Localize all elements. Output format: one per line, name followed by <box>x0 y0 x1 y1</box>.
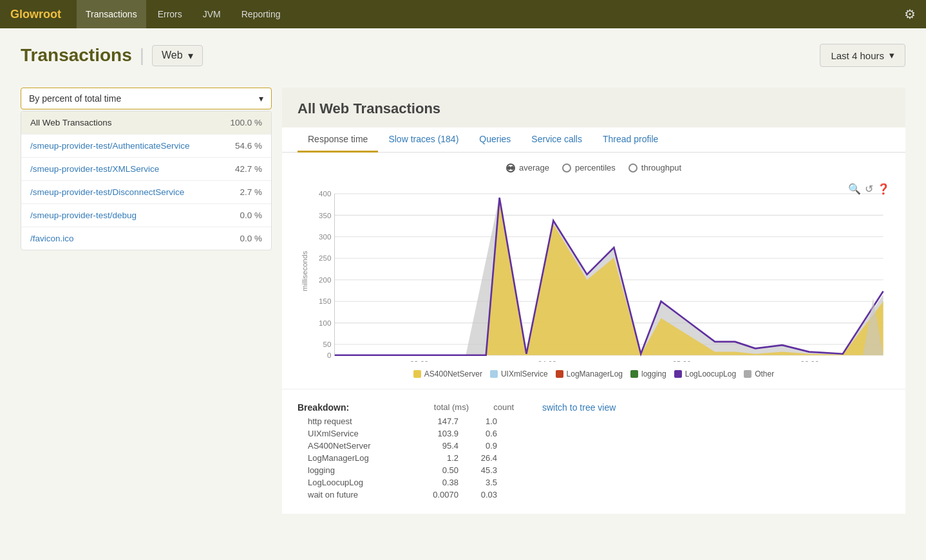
time-range-dropdown[interactable]: Last 4 hours ▾ <box>820 44 905 67</box>
breakdown-section: Breakdown: total (ms) count switch to tr… <box>282 389 905 514</box>
breakdown-total: 0.50 <box>413 465 458 475</box>
sidebar-item-pct: 54.6 % <box>235 141 262 151</box>
radio-dot-percentiles <box>562 163 571 173</box>
svg-text:100: 100 <box>319 319 331 327</box>
sidebar-item-pct: 2.7 % <box>240 187 262 197</box>
tab-service-calls[interactable]: Service calls <box>521 127 592 153</box>
radio-throughput[interactable]: throughput <box>628 163 681 173</box>
settings-icon[interactable]: ⚙ <box>904 6 916 22</box>
nav-transactions[interactable]: Transactions <box>77 0 146 28</box>
brand-name: Glowroot <box>10 8 61 21</box>
legend-uixml: UIXmlService <box>490 369 548 378</box>
breakdown-row: UIXmlService 103.9 0.6 <box>298 427 890 440</box>
page-title-area: Transactions | Web ▾ <box>21 45 203 66</box>
sidebar-item-name: /smeup-provider-test/DisconnectService <box>30 187 184 197</box>
sidebar-item-name: /smeup-provider-test/debug <box>30 210 137 220</box>
content-title: All Web Transactions <box>282 88 905 127</box>
svg-text:50: 50 <box>323 341 332 348</box>
breakdown-total: 103.9 <box>413 429 458 438</box>
legend-label-logloocup: LogLoocupLog <box>685 369 736 378</box>
legend-color-uixml <box>490 370 498 378</box>
breakdown-headers: Breakdown: total (ms) count switch to tr… <box>298 402 890 413</box>
svg-text:300: 300 <box>319 233 331 241</box>
legend-label-uixml: UIXmlService <box>501 369 548 378</box>
switch-tree-view[interactable]: switch to tree view <box>542 402 616 413</box>
radio-throughput-label: throughput <box>641 163 681 173</box>
help-icon[interactable]: ❓ <box>877 183 890 195</box>
sidebar-item-favicon[interactable]: /favicon.ico 0.0 % <box>21 227 271 250</box>
svg-marker-24 <box>335 201 883 355</box>
nav-links: Transactions Errors JVM Reporting <box>77 0 904 28</box>
breakdown-name: logging <box>298 465 413 475</box>
chart-wrapper: 🔍 ↺ ❓ milliseconds <box>298 180 890 378</box>
brand-logo: Glowroot <box>10 8 61 21</box>
legend-label-logging: logging <box>641 369 666 378</box>
refresh-icon[interactable]: ↺ <box>865 183 873 195</box>
transaction-type-dropdown[interactable]: Web ▾ <box>152 45 203 66</box>
sidebar-item-debug[interactable]: /smeup-provider-test/debug 0.0 % <box>21 204 271 227</box>
radio-average[interactable]: average <box>506 163 549 173</box>
legend-color-logging <box>630 370 638 378</box>
legend-other: Other <box>744 369 774 378</box>
sidebar-item-pct: 0.0 % <box>240 210 262 220</box>
radio-percentiles[interactable]: percentiles <box>562 163 616 173</box>
breakdown-count: 45.3 <box>458 465 497 475</box>
tab-response-time[interactable]: Response time <box>298 127 378 153</box>
breakdown-row: LogManagerLog 1.2 26.4 <box>298 452 890 464</box>
breakdown-row: AS400NetServer 95.4 0.9 <box>298 440 890 452</box>
breakdown-row: wait on future 0.0070 0.03 <box>298 489 890 501</box>
legend-color-as400 <box>413 370 421 378</box>
breakdown-name: LogManagerLog <box>298 453 413 463</box>
page: Transactions | Web ▾ Last 4 hours ▾ By p… <box>0 28 926 529</box>
sidebar: By percent of total time ▾ All Web Trans… <box>21 88 272 514</box>
legend-color-logmanager <box>556 370 563 378</box>
title-divider: | <box>140 45 144 66</box>
breakdown-name: UIXmlService <box>298 429 413 438</box>
svg-text:0: 0 <box>327 351 331 359</box>
breakdown-table: http request 147.7 1.0 UIXmlService 103.… <box>298 415 890 501</box>
nav-errors[interactable]: Errors <box>149 0 191 28</box>
chevron-down-icon: ▾ <box>188 50 193 62</box>
breakdown-count: 26.4 <box>458 453 497 463</box>
breakdown-total: 0.38 <box>413 478 458 487</box>
legend-color-logloocup <box>674 370 682 378</box>
sidebar-item-xmlservice[interactable]: /smeup-provider-test/XMLService 42.7 % <box>21 158 271 181</box>
navbar: Glowroot Transactions Errors JVM Reporti… <box>0 0 926 28</box>
legend-logmanager: LogManagerLog <box>556 369 623 378</box>
breakdown-total: 95.4 <box>413 441 458 451</box>
chart-area: average percentiles throughput 🔍 <box>282 153 905 389</box>
sidebar-item-name: All Web Transactions <box>30 118 112 127</box>
chart-radio-group: average percentiles throughput <box>298 163 890 173</box>
dropdown-label: Web <box>162 50 183 61</box>
time-chevron-icon: ▾ <box>889 50 894 61</box>
tab-queries[interactable]: Queries <box>469 127 521 153</box>
zoom-in-icon[interactable]: 🔍 <box>848 183 861 195</box>
sidebar-item-disconnect[interactable]: /smeup-provider-test/DisconnectService 2… <box>21 181 271 204</box>
nav-reporting[interactable]: Reporting <box>232 0 290 28</box>
nav-jvm[interactable]: JVM <box>194 0 230 28</box>
radio-dot-throughput <box>628 163 638 173</box>
sidebar-item-authenticate[interactable]: /smeup-provider-test/AuthenticateService… <box>21 135 271 158</box>
tab-thread-profile[interactable]: Thread profile <box>592 127 668 153</box>
filter-dropdown[interactable]: By percent of total time ▾ <box>21 88 272 109</box>
tabs: Response time Slow traces (184) Queries … <box>282 127 905 153</box>
svg-text:03:00 pm: 03:00 pm <box>410 360 441 362</box>
breakdown-row: LogLoocupLog 0.38 3.5 <box>298 476 890 489</box>
svg-text:04:00 pm: 04:00 pm <box>538 360 569 362</box>
breakdown-title: Breakdown: <box>298 402 424 413</box>
sidebar-item-pct: 0.0 % <box>240 234 262 243</box>
content-panel: All Web Transactions Response time Slow … <box>282 88 905 514</box>
filter-label: By percent of total time <box>29 93 121 104</box>
svg-text:05:00 pm: 05:00 pm <box>672 360 703 362</box>
legend-label-other: Other <box>755 369 774 378</box>
breakdown-count: 0.03 <box>458 490 497 499</box>
svg-text:milliseconds: milliseconds <box>301 251 308 292</box>
breakdown-total: 147.7 <box>413 416 458 426</box>
sidebar-item-name: /smeup-provider-test/AuthenticateService <box>30 141 190 151</box>
tab-slow-traces[interactable]: Slow traces (184) <box>378 127 469 153</box>
sidebar-item-all[interactable]: All Web Transactions 100.0 % <box>21 111 271 135</box>
legend-label-logmanager: LogManagerLog <box>567 369 623 378</box>
breakdown-count: 0.9 <box>458 441 497 451</box>
svg-text:350: 350 <box>319 212 331 219</box>
breakdown-count: 1.0 <box>458 416 497 426</box>
